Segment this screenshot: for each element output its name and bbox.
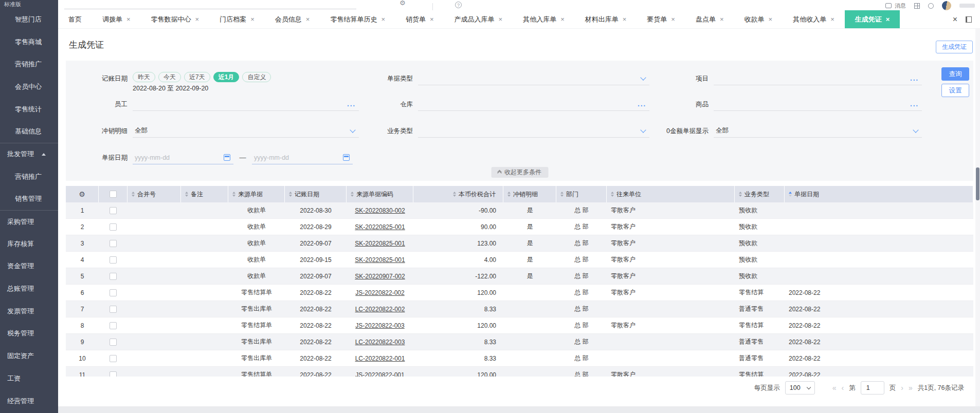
tab[interactable]: 生成凭证	[845, 10, 900, 28]
tab-close-icon[interactable]	[769, 16, 773, 23]
col-header-doc-date[interactable]: 单据日期	[785, 186, 973, 202]
row-checkbox[interactable]	[110, 371, 117, 377]
tab-close-icon[interactable]	[306, 16, 310, 23]
goods-picker[interactable]	[714, 98, 922, 111]
sidebar-item[interactable]: 零售商城	[0, 31, 58, 53]
tab[interactable]: 其他收入单	[783, 10, 845, 28]
tab[interactable]: 会员信息	[265, 10, 320, 28]
col-header-amount[interactable]: 本币价税合计	[413, 186, 503, 202]
sidebar-item[interactable]: 工资	[0, 367, 58, 390]
doc-date-end-input[interactable]: yyyy-mm-dd	[252, 151, 353, 164]
source-doc-link[interactable]: JS-20220822-002	[355, 289, 404, 296]
tab[interactable]: 产成品入库单	[444, 10, 513, 28]
source-doc-link[interactable]: JS-20220822-003	[355, 322, 404, 329]
sidebar-item[interactable]: 资金管理	[0, 255, 58, 278]
sidebar-item[interactable]: 营销推广	[0, 165, 58, 188]
tab[interactable]: 首页	[58, 10, 92, 28]
row-checkbox[interactable]	[110, 273, 117, 280]
sidebar-item[interactable]: 经营管理	[0, 390, 58, 412]
message-label[interactable]: 消息	[895, 2, 906, 10]
source-doc-link[interactable]: LC-20220822-003	[355, 339, 405, 346]
ellipsis-icon[interactable]	[910, 77, 919, 84]
source-doc-link[interactable]: SK-20220830-002	[355, 207, 405, 214]
ellipsis-icon[interactable]	[347, 102, 356, 109]
zero-amount-select[interactable]: 全部	[714, 124, 922, 138]
date-pill[interactable]: 自定义	[242, 72, 271, 82]
tab-close-icon[interactable]	[126, 16, 131, 23]
date-pill[interactable]: 今天	[158, 72, 181, 82]
col-header-source-code[interactable]: 来源单据编码	[347, 186, 413, 202]
row-checkbox[interactable]	[110, 339, 117, 346]
row-checkbox[interactable]	[110, 223, 117, 231]
source-doc-link[interactable]: SK-20220825-001	[355, 256, 405, 264]
sidebar-item[interactable]: 发票管理	[0, 300, 58, 323]
col-header-partner[interactable]: 往来单位	[607, 186, 735, 202]
tab[interactable]: 零售数据中心	[141, 10, 210, 28]
row-checkbox[interactable]	[110, 207, 117, 214]
tab-close-icon[interactable]	[671, 16, 675, 23]
col-header-biz-type[interactable]: 业务类型	[735, 186, 785, 202]
scrollbar-thumb[interactable]	[976, 167, 979, 200]
tab-close-icon[interactable]	[886, 16, 890, 23]
page-number-input[interactable]: 1	[861, 381, 884, 395]
col-header-offset[interactable]: 冲销明细	[503, 186, 556, 202]
tab[interactable]: 其他入库单	[513, 10, 575, 28]
source-doc-link[interactable]: JS-20220822-001	[355, 371, 404, 377]
tab-close-icon[interactable]	[499, 16, 503, 23]
col-header-book-date[interactable]: 记账日期	[285, 186, 347, 202]
tab-close-icon[interactable]	[560, 16, 565, 23]
gear-icon[interactable]	[400, 0, 406, 7]
date-pill[interactable]: 近1月	[213, 72, 240, 82]
global-search-input[interactable]	[64, 9, 356, 9]
sidebar-item[interactable]: 销售管理	[0, 188, 58, 211]
tab-close-icon[interactable]	[381, 16, 385, 23]
sidebar-item[interactable]: 零售统计	[0, 98, 58, 121]
sidebar-item[interactable]: 智慧门店	[0, 8, 58, 31]
tab-close-icon[interactable]	[830, 16, 834, 23]
row-checkbox[interactable]	[110, 355, 117, 362]
sidebar-item[interactable]: 总账管理	[0, 277, 58, 300]
biz-type-select[interactable]	[418, 124, 649, 138]
source-doc-link[interactable]: SK-20220907-002	[355, 273, 405, 280]
row-checkbox[interactable]	[110, 306, 117, 313]
tab[interactable]: 销货单	[395, 10, 444, 28]
sidebar-item[interactable]: 库存核算	[0, 233, 58, 255]
tab-close-icon[interactable]	[720, 16, 724, 23]
tab[interactable]: 盘点单	[685, 10, 734, 28]
select-all-checkbox[interactable]	[110, 191, 117, 198]
generate-voucher-button[interactable]: 生成凭证	[936, 41, 973, 53]
tab-close-icon[interactable]	[430, 16, 434, 23]
col-header-source[interactable]: 来源单据	[228, 186, 285, 202]
row-checkbox[interactable]	[110, 289, 117, 296]
employee-picker[interactable]	[133, 98, 359, 111]
sidebar-item[interactable]: 基础信息	[0, 120, 58, 143]
select-all-header[interactable]	[99, 186, 128, 202]
ellipsis-icon[interactable]	[638, 102, 646, 109]
collapse-more-filters-button[interactable]: 收起更多条件	[491, 167, 548, 178]
tab[interactable]: 收款单	[734, 10, 783, 28]
tab[interactable]: 零售结算单历史	[320, 10, 395, 28]
sidebar-item[interactable]: 批发管理	[0, 143, 58, 165]
calendar-icon[interactable]	[343, 154, 350, 161]
tab[interactable]: 调拨单	[92, 10, 141, 28]
tab-panel-icon[interactable]	[966, 16, 972, 23]
prev-page-icon[interactable]	[842, 384, 844, 391]
settings-button[interactable]: 设置	[941, 84, 969, 97]
close-all-tabs-icon[interactable]	[953, 15, 957, 24]
apps-grid-icon[interactable]	[914, 3, 920, 9]
query-button[interactable]: 查询	[941, 67, 969, 81]
next-page-icon[interactable]	[901, 384, 903, 391]
row-checkbox[interactable]	[110, 322, 117, 329]
date-pill[interactable]: 近7天	[184, 72, 210, 82]
col-header-note[interactable]: 备注	[181, 186, 228, 202]
calendar-icon[interactable]	[224, 154, 230, 161]
ellipsis-icon[interactable]	[910, 102, 919, 109]
offset-detail-select[interactable]: 全部	[133, 124, 359, 138]
first-page-icon[interactable]	[832, 384, 837, 391]
vertical-scrollbar[interactable]	[975, 29, 980, 406]
source-doc-link[interactable]: SK-20220825-001	[355, 223, 405, 231]
tab-close-icon[interactable]	[250, 16, 255, 23]
help-icon[interactable]	[455, 2, 462, 8]
source-doc-link[interactable]: LC-20220822-002	[355, 306, 405, 313]
message-icon[interactable]	[885, 3, 892, 8]
